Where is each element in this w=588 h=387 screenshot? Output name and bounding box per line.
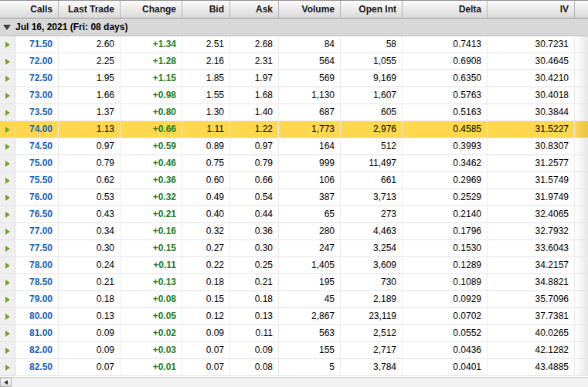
delta-cell[interactable]: 0.5163 — [403, 104, 488, 121]
iv-cell[interactable]: 31.2577 — [488, 155, 575, 172]
volume-cell[interactable]: 280 — [279, 223, 341, 240]
iv-cell[interactable]: 31.5749 — [488, 172, 575, 189]
open-int-cell[interactable]: 3,784 — [341, 359, 403, 376]
column-header-last-trade[interactable]: Last Trade — [59, 1, 121, 19]
ask-cell[interactable]: 1.40 — [230, 104, 279, 121]
change-cell[interactable]: +0.08 — [121, 291, 182, 308]
change-cell[interactable]: +0.66 — [121, 121, 182, 138]
column-header-iv[interactable]: IV — [488, 1, 575, 19]
volume-cell[interactable]: 569 — [279, 70, 341, 87]
iv-cell[interactable]: 37.7381 — [488, 308, 575, 325]
iv-cell[interactable]: 40.0265 — [488, 325, 575, 342]
bid-cell[interactable]: 0.89 — [182, 138, 230, 155]
ask-cell[interactable]: 0.18 — [230, 291, 279, 308]
row-expand-cell[interactable] — [0, 359, 15, 376]
row-expand-cell[interactable] — [0, 70, 15, 87]
ask-cell[interactable]: 0.21 — [230, 274, 279, 291]
volume-cell[interactable]: 5 — [279, 359, 341, 376]
strike-cell[interactable]: 82.00 — [15, 342, 59, 359]
change-cell[interactable]: +0.36 — [121, 172, 182, 189]
ask-cell[interactable]: 0.54 — [230, 189, 279, 206]
iv-cell[interactable]: 35.7096 — [488, 291, 575, 308]
bid-cell[interactable]: 0.75 — [182, 155, 230, 172]
volume-cell[interactable]: 563 — [279, 325, 341, 342]
volume-cell[interactable]: 84 — [279, 36, 341, 53]
delta-cell[interactable]: 0.1089 — [403, 274, 488, 291]
strike-cell[interactable]: 75.50 — [15, 172, 59, 189]
bid-cell[interactable]: 2.16 — [182, 53, 230, 70]
ask-cell[interactable]: 0.25 — [230, 257, 279, 274]
delta-cell[interactable]: 0.1796 — [403, 223, 488, 240]
ask-cell[interactable]: 0.13 — [230, 308, 279, 325]
last-trade-cell[interactable]: 0.79 — [59, 155, 121, 172]
open-int-cell[interactable]: 4,463 — [341, 223, 403, 240]
strike-cell[interactable]: 77.00 — [15, 223, 59, 240]
last-trade-cell[interactable]: 0.07 — [59, 359, 121, 376]
last-trade-cell[interactable]: 1.37 — [59, 104, 121, 121]
column-header-change[interactable]: Change — [121, 1, 182, 19]
delta-cell[interactable]: 0.0401 — [403, 359, 488, 376]
open-int-cell[interactable]: 3,713 — [341, 189, 403, 206]
change-cell[interactable]: +0.02 — [121, 325, 182, 342]
last-trade-cell[interactable]: 0.62 — [59, 172, 121, 189]
ask-cell[interactable]: 0.09 — [230, 342, 279, 359]
bid-cell[interactable]: 0.32 — [182, 223, 230, 240]
delta-cell[interactable]: 0.2969 — [403, 172, 488, 189]
bid-cell[interactable]: 1.85 — [182, 70, 230, 87]
last-trade-cell[interactable]: 2.60 — [59, 36, 121, 53]
volume-cell[interactable]: 155 — [279, 342, 341, 359]
last-trade-cell[interactable]: 0.18 — [59, 291, 121, 308]
delta-cell[interactable]: 0.2529 — [403, 189, 488, 206]
open-int-cell[interactable]: 730 — [341, 274, 403, 291]
row-expand-cell[interactable] — [0, 257, 15, 274]
option-row[interactable]: 78.000.24+0.110.220.251,4053,6090.128934… — [0, 257, 588, 274]
change-cell[interactable]: +0.05 — [121, 308, 182, 325]
open-int-cell[interactable]: 273 — [341, 206, 403, 223]
volume-cell[interactable]: 2,867 — [279, 308, 341, 325]
option-row[interactable]: 74.001.13+0.661.111.221,7732,9760.458531… — [0, 121, 588, 138]
iv-cell[interactable]: 33.6043 — [488, 240, 575, 257]
scroll-left-button[interactable] — [0, 378, 12, 387]
option-row[interactable]: 75.000.79+0.460.750.7999911,4970.346231.… — [0, 155, 588, 172]
bid-cell[interactable]: 0.49 — [182, 189, 230, 206]
delta-cell[interactable]: 0.5763 — [403, 87, 488, 104]
change-cell[interactable]: +0.32 — [121, 189, 182, 206]
option-row[interactable]: 82.000.09+0.030.070.091552,7170.043642.1… — [0, 342, 588, 359]
ask-cell[interactable]: 0.08 — [230, 359, 279, 376]
strike-cell[interactable]: 80.00 — [15, 308, 59, 325]
bid-cell[interactable]: 1.55 — [182, 87, 230, 104]
open-int-cell[interactable]: 605 — [341, 104, 403, 121]
last-trade-cell[interactable]: 0.97 — [59, 138, 121, 155]
option-row[interactable]: 75.500.62+0.360.600.661066610.296931.574… — [0, 172, 588, 189]
change-cell[interactable]: +0.15 — [121, 240, 182, 257]
last-trade-cell[interactable]: 0.21 — [59, 274, 121, 291]
change-cell[interactable]: +0.11 — [121, 257, 182, 274]
option-row[interactable]: 72.002.25+1.282.162.315641,0550.690830.4… — [0, 53, 588, 70]
open-int-cell[interactable]: 3,254 — [341, 240, 403, 257]
option-row[interactable]: 81.000.09+0.020.090.115632,5120.055240.0… — [0, 325, 588, 342]
bid-cell[interactable]: 0.40 — [182, 206, 230, 223]
open-int-cell[interactable]: 2,512 — [341, 325, 403, 342]
delta-cell[interactable]: 0.6350 — [403, 70, 488, 87]
delta-cell[interactable]: 0.6908 — [403, 53, 488, 70]
change-cell[interactable]: +0.13 — [121, 274, 182, 291]
volume-cell[interactable]: 164 — [279, 138, 341, 155]
open-int-cell[interactable]: 9,169 — [341, 70, 403, 87]
option-row[interactable]: 76.000.53+0.320.490.543873,7130.252931.9… — [0, 189, 588, 206]
delta-cell[interactable]: 0.0552 — [403, 325, 488, 342]
iv-cell[interactable]: 30.8307 — [488, 138, 575, 155]
iv-cell[interactable]: 34.8821 — [488, 274, 575, 291]
volume-cell[interactable]: 45 — [279, 291, 341, 308]
bid-cell[interactable]: 0.09 — [182, 325, 230, 342]
delta-cell[interactable]: 0.0436 — [403, 342, 488, 359]
iv-cell[interactable]: 32.7932 — [488, 223, 575, 240]
iv-cell[interactable]: 30.4645 — [488, 53, 575, 70]
open-int-cell[interactable]: 2,976 — [341, 121, 403, 138]
volume-cell[interactable]: 1,130 — [279, 87, 341, 104]
open-int-cell[interactable]: 2,189 — [341, 291, 403, 308]
change-cell[interactable]: +0.01 — [121, 359, 182, 376]
ask-cell[interactable]: 0.44 — [230, 206, 279, 223]
bid-cell[interactable]: 0.07 — [182, 359, 230, 376]
row-expand-cell[interactable] — [0, 240, 15, 257]
strike-cell[interactable]: 71.50 — [15, 36, 59, 53]
